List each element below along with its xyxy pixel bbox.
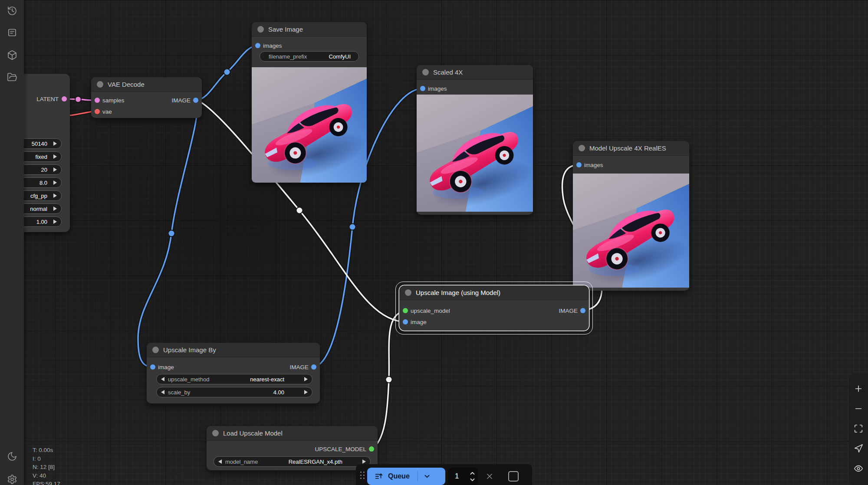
increment-arrow-icon[interactable] bbox=[53, 180, 57, 185]
slot-label-latent: LATENT bbox=[36, 96, 59, 102]
node-collapse-dot[interactable] bbox=[257, 26, 264, 33]
comfyui-canvas[interactable]: LATENT 50140 fixed 20 8.0 cfg_pp normal … bbox=[0, 0, 868, 485]
filename-prefix-widget[interactable]: filename_prefix ComfyUI bbox=[260, 51, 359, 62]
model-library-icon[interactable] bbox=[7, 50, 17, 60]
node-collapse-dot[interactable] bbox=[152, 347, 159, 353]
reroute-dot[interactable] bbox=[349, 224, 356, 230]
node-title: Load Upscale Model bbox=[223, 429, 283, 437]
node-vae-decode[interactable]: VAE Decode samples IMAGE vae bbox=[91, 77, 202, 118]
link-image-to-upscaleby[interactable] bbox=[138, 100, 197, 367]
image-preview[interactable] bbox=[573, 174, 689, 288]
increment-arrow-icon[interactable] bbox=[53, 220, 57, 224]
zoom-in-icon[interactable] bbox=[854, 384, 863, 393]
queue-button[interactable]: Queue bbox=[367, 468, 445, 485]
next-arrow-icon[interactable] bbox=[53, 154, 57, 159]
increment-arrow-icon[interactable] bbox=[53, 141, 57, 146]
model-name-widget[interactable]: model_name RealESRGAN_x4.pth bbox=[214, 456, 371, 467]
reroute-dot[interactable] bbox=[224, 69, 230, 75]
stat-nodes: N: 12 [8] bbox=[33, 463, 60, 472]
history-icon[interactable] bbox=[7, 6, 17, 16]
images-input-dot[interactable] bbox=[576, 162, 582, 167]
stat-images: I: 0 bbox=[33, 455, 60, 463]
slot-label-images: images bbox=[428, 85, 447, 92]
node-upscale-image-using-model[interactable]: Upscale Image (using Model) upscale_mode… bbox=[399, 285, 589, 331]
reroute-dot[interactable] bbox=[296, 207, 303, 214]
settings-gear-icon[interactable] bbox=[7, 474, 17, 485]
batch-count-control[interactable]: 1 bbox=[448, 468, 478, 485]
reroute-dot[interactable] bbox=[168, 230, 175, 237]
stat-vram: V: 40 bbox=[33, 472, 60, 480]
node-collapse-dot[interactable] bbox=[422, 69, 429, 75]
canvas-toolbar bbox=[849, 374, 868, 485]
theme-moon-icon[interactable] bbox=[7, 451, 17, 462]
queue-list-icon bbox=[374, 472, 384, 481]
node-title: Model Upscale 4X RealES bbox=[589, 144, 666, 152]
image-preview[interactable] bbox=[252, 67, 367, 183]
workflows-icon[interactable] bbox=[7, 27, 17, 38]
node-upscale-image-by[interactable]: Upscale Image By image IMAGE upscale_met… bbox=[147, 343, 320, 403]
node-title: VAE Decode bbox=[108, 81, 145, 88]
next-arrow-icon[interactable] bbox=[53, 193, 57, 198]
open-folder-icon[interactable] bbox=[7, 72, 17, 82]
upscale-model-input-dot[interactable] bbox=[403, 308, 408, 313]
images-input-dot[interactable] bbox=[420, 86, 425, 91]
fit-view-icon[interactable] bbox=[854, 424, 863, 433]
zoom-out-icon[interactable] bbox=[854, 404, 863, 413]
reroute-dot[interactable] bbox=[75, 96, 81, 102]
prev-arrow-icon[interactable] bbox=[218, 459, 222, 464]
images-input-dot[interactable] bbox=[255, 43, 260, 48]
node-collapse-dot[interactable] bbox=[579, 145, 585, 151]
image-input-dot[interactable] bbox=[150, 364, 155, 370]
slot-label-upscale-model: upscale_model bbox=[411, 308, 450, 314]
upscale-model-output-dot[interactable] bbox=[369, 446, 374, 452]
decrement-icon[interactable] bbox=[470, 478, 475, 482]
node-collapse-dot[interactable] bbox=[97, 81, 103, 88]
next-arrow-icon[interactable] bbox=[304, 377, 308, 381]
reroute-dot[interactable] bbox=[386, 377, 392, 383]
canvas-stats: T: 0.00s I: 0 N: 12 [8] V: 40 FPS:59.17 bbox=[33, 446, 60, 485]
scale-by-widget[interactable]: scale_by 4.00 bbox=[156, 387, 312, 397]
node-title: Save Image bbox=[268, 26, 303, 33]
slot-label-image: image bbox=[411, 319, 427, 325]
slot-label-images: images bbox=[584, 162, 603, 168]
next-arrow-icon[interactable] bbox=[362, 459, 366, 464]
increment-arrow-icon[interactable] bbox=[304, 390, 308, 394]
next-arrow-icon[interactable] bbox=[53, 206, 57, 211]
node-load-upscale-model[interactable]: Load Upscale Model UPSCALE_MODEL model_n… bbox=[207, 426, 378, 470]
clear-queue-button[interactable] bbox=[478, 468, 501, 485]
node-collapse-dot[interactable] bbox=[405, 289, 411, 296]
image-input-dot[interactable] bbox=[403, 319, 408, 324]
slot-label-image-out: IMAGE bbox=[559, 308, 578, 314]
stat-fps: FPS:59.17 bbox=[33, 480, 60, 485]
node-scaled-4x[interactable]: Scaled 4X images bbox=[417, 65, 533, 215]
link-visibility-eye-icon[interactable] bbox=[854, 464, 863, 473]
samples-input-dot[interactable] bbox=[95, 98, 100, 103]
drag-handle-icon[interactable] bbox=[360, 472, 365, 479]
increment-arrow-icon[interactable] bbox=[53, 167, 57, 172]
image-output-dot[interactable] bbox=[580, 308, 585, 313]
increment-icon[interactable] bbox=[470, 472, 475, 475]
prev-arrow-icon[interactable] bbox=[161, 377, 164, 381]
slot-label-image-out: IMAGE bbox=[171, 97, 191, 104]
queue-button-label: Queue bbox=[388, 472, 410, 480]
vae-input-dot[interactable] bbox=[95, 109, 100, 114]
upscale-method-widget[interactable]: upscale_method nearest-exact bbox=[156, 374, 312, 384]
stop-button[interactable] bbox=[501, 468, 526, 485]
stat-time: T: 0.00s bbox=[33, 446, 60, 455]
latent-output-dot[interactable] bbox=[62, 96, 67, 102]
image-output-dot[interactable] bbox=[193, 98, 198, 103]
select-pointer-icon[interactable] bbox=[854, 444, 863, 453]
node-collapse-dot[interactable] bbox=[212, 430, 219, 436]
node-title: Scaled 4X bbox=[433, 69, 463, 76]
node-save-image[interactable]: Save Image images filename_prefix ComfyU… bbox=[252, 22, 367, 183]
node-title: Upscale Image (using Model) bbox=[416, 289, 500, 296]
slot-label-image-out: IMAGE bbox=[289, 364, 309, 370]
slot-label-samples: samples bbox=[102, 97, 124, 104]
left-sidebar bbox=[0, 0, 24, 485]
node-model-upscale-4x[interactable]: Model Upscale 4X RealES images bbox=[573, 141, 689, 291]
chevron-down-icon[interactable] bbox=[423, 472, 431, 480]
queue-button-divider bbox=[418, 471, 418, 482]
image-preview[interactable] bbox=[417, 95, 533, 212]
decrement-arrow-icon[interactable] bbox=[161, 390, 164, 394]
image-output-dot[interactable] bbox=[311, 364, 316, 370]
